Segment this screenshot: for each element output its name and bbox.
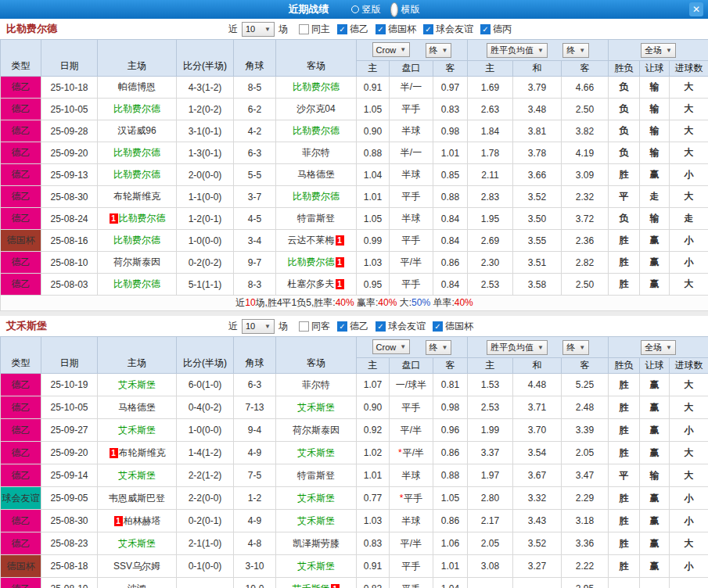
team-cell[interactable]: 比勒费尔德 — [98, 274, 177, 296]
team-cell[interactable]: 荷尔斯泰因 — [98, 252, 177, 274]
checkbox-icon[interactable]: ✓ — [376, 24, 386, 34]
team-cell[interactable]: 特雷斯登 — [276, 464, 357, 487]
result-cell: 平 — [609, 464, 640, 487]
team-cell[interactable]: 布轮斯维克 — [98, 186, 177, 208]
match-scope-select[interactable]: 全场▼ — [641, 43, 676, 58]
team-cell[interactable]: 艾禾斯堡 — [276, 555, 357, 578]
team-cell[interactable]: 菲尔特 — [276, 142, 357, 164]
checkbox-icon[interactable]: ✓ — [337, 24, 347, 34]
avg-home-cell: 1.97 — [468, 464, 513, 487]
team-cell[interactable]: 艾禾斯堡 — [98, 464, 177, 487]
checkbox-icon[interactable]: ✓ — [480, 24, 491, 34]
team-cell[interactable]: 1柏林赫塔 — [98, 510, 177, 532]
filter-checkbox-item[interactable]: ✓德乙 — [337, 23, 368, 36]
team-cell[interactable]: 1布轮斯维克 — [98, 442, 177, 464]
team-cell[interactable]: 比勒费尔德 — [276, 120, 357, 142]
team-cell[interactable]: 比勒费尔德 — [98, 164, 177, 186]
team-name-text: 艾禾斯堡 — [297, 561, 335, 572]
team-name-text: 特雷斯登 — [297, 470, 335, 481]
team-cell[interactable]: 沙尔克04 — [276, 99, 357, 120]
filter-checkbox-item[interactable]: ✓德国杯 — [376, 23, 416, 36]
team-cell[interactable]: 艾禾斯堡 — [98, 374, 177, 396]
team-cell[interactable]: 艾禾斯堡 — [276, 510, 357, 532]
goals-result-cell: 大 — [670, 396, 708, 419]
avg-away-cell: 2.50 — [562, 274, 609, 296]
odds-time-select[interactable]: 终▼ — [426, 340, 452, 355]
recent-count-select[interactable]: 10 ▼ — [242, 319, 275, 334]
avg-home-cell: 2.30 — [468, 252, 513, 274]
team2-name[interactable]: 艾禾斯堡 — [0, 319, 228, 333]
team-cell[interactable]: 比勒费尔德 — [98, 142, 177, 164]
avg-away-cell: 4.19 — [562, 142, 609, 164]
team-cell[interactable]: 凯泽斯劳膝 — [276, 532, 357, 555]
team-cell[interactable]: 艾禾斯堡 — [276, 442, 357, 464]
avg-away-cell: 2.48 — [562, 396, 609, 419]
team-cell[interactable]: 艾禾斯堡1 — [276, 578, 357, 588]
avg-type-select[interactable]: 胜平负均值▼ — [487, 43, 548, 58]
avg-type-select[interactable]: 胜平负均值▼ — [487, 340, 548, 355]
team-cell[interactable]: 特雷斯登 — [276, 208, 357, 230]
team-cell[interactable]: 马格德堡 — [276, 164, 357, 186]
team-cell[interactable]: 汉诺威96 — [98, 120, 177, 142]
team-name-text: 布轮斯维克 — [113, 191, 160, 202]
match-type-cell: 德乙 — [1, 142, 41, 164]
checkbox-icon[interactable] — [299, 321, 309, 332]
team-cell[interactable]: 波鸿 — [98, 578, 177, 588]
team-cell[interactable]: 艾禾斯堡 — [276, 396, 357, 419]
filter-checkbox-item[interactable]: 同主 — [299, 23, 330, 36]
goals-result-cell: 小 — [670, 164, 708, 186]
team-cell[interactable]: 云达不莱梅1 — [276, 230, 357, 252]
avg-draw-cell: 3.70 — [513, 419, 562, 442]
checkbox-icon[interactable]: ✓ — [423, 24, 433, 34]
team-cell[interactable]: 帕德博恩 — [98, 77, 177, 99]
avg-draw-cell: 3.52 — [513, 186, 562, 208]
team-cell[interactable]: 菲尔特 — [276, 374, 357, 396]
checkbox-icon[interactable]: ✓ — [337, 321, 347, 332]
summary-segment: 赢率: — [354, 297, 379, 308]
avg-time-select[interactable]: 终▼ — [562, 43, 589, 58]
filter-checkbox-item[interactable]: ✓德乙 — [337, 320, 368, 333]
team-cell[interactable]: 比勒费尔德 — [276, 77, 357, 99]
filter-checkbox-item[interactable]: ✓球会友谊 — [376, 320, 426, 333]
let-ball-result-cell: 输 — [640, 77, 670, 99]
team-cell[interactable]: 比勒费尔德1 — [276, 252, 357, 274]
team-cell[interactable]: 韦恩威斯巴登 — [98, 487, 177, 510]
filter-checkbox-item[interactable]: ✓德丙 — [480, 23, 512, 36]
team-cell[interactable]: 比勒费尔德 — [276, 186, 357, 208]
handicap-cell: 平手 — [390, 274, 433, 296]
match-type-cell: 德乙 — [1, 578, 41, 588]
team-cell[interactable]: 荷尔斯泰因 — [276, 419, 357, 442]
team1-name[interactable]: 比勒费尔德 — [0, 22, 228, 36]
team-cell[interactable]: 马格德堡 — [98, 396, 177, 419]
team-cell[interactable]: 艾禾斯堡 — [98, 532, 177, 555]
team-cell[interactable]: SSV乌尔姆 — [98, 555, 177, 578]
let-ball-result-cell: 赢 — [640, 374, 670, 396]
team-cell[interactable]: 比勒费尔德 — [98, 230, 177, 252]
radio-selected-icon[interactable] — [390, 2, 398, 17]
filter-checkbox-item[interactable]: ✓球会友谊 — [423, 23, 473, 36]
close-icon[interactable]: ✕ — [689, 2, 703, 16]
avg-time-select[interactable]: 终▼ — [562, 340, 589, 355]
team-cell[interactable]: 艾禾斯堡 — [98, 419, 177, 442]
goals-result-cell: 大 — [670, 274, 708, 296]
avg-away-cell: 3.72 — [562, 208, 609, 230]
team-cell[interactable]: 比勒费尔德 — [98, 99, 177, 120]
checkbox-icon[interactable]: ✓ — [433, 321, 443, 332]
filter-checkbox-item[interactable]: 同客 — [299, 320, 330, 333]
layout-vertical-radio[interactable]: 竖版 — [351, 3, 381, 16]
avg-home-cell: 2.05 — [468, 532, 513, 555]
team-cell[interactable]: 1比勒费尔德 — [98, 208, 177, 230]
match-scope-select[interactable]: 全场▼ — [641, 340, 676, 355]
checkbox-icon[interactable]: ✓ — [376, 321, 386, 332]
checkbox-icon[interactable] — [299, 24, 309, 34]
layout-horizontal-radio[interactable]: 横版 — [390, 2, 420, 17]
team-cell[interactable]: 艾禾斯堡 — [276, 487, 357, 510]
team-cell[interactable]: 杜塞尔多夫1 — [276, 274, 357, 296]
bookmaker-select[interactable]: Crow▼ — [372, 42, 411, 57]
odds-time-select[interactable]: 终▼ — [426, 43, 452, 58]
recent-count-select[interactable]: 10 ▼ — [242, 22, 275, 37]
bookmaker-select[interactable]: Crow▼ — [372, 339, 411, 354]
radio-unselected-icon[interactable] — [351, 5, 359, 13]
filter-checkbox-item[interactable]: ✓德国杯 — [433, 320, 473, 333]
avg-home-cell: 1.78 — [468, 142, 513, 164]
